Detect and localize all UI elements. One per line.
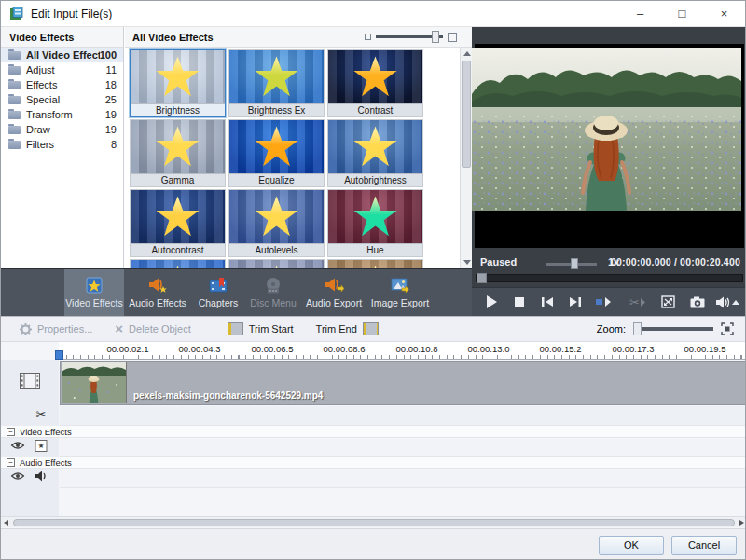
thumbnail-size-slider[interactable] (365, 33, 472, 42)
cut-row[interactable] (60, 406, 746, 426)
split-button[interactable]: ✂ (626, 292, 650, 312)
chapters-icon (208, 277, 228, 294)
trim-end-button[interactable]: Trim End (316, 322, 379, 335)
timeline-ruler[interactable]: 00:00:02.1 00:00:04.3 00:00:06.5 00:00:0… (59, 342, 746, 360)
effect-tile-partial[interactable] (131, 260, 225, 268)
star-icon (255, 56, 299, 99)
speed-slider[interactable] (546, 263, 597, 266)
stop-button[interactable] (507, 292, 532, 312)
star-icon (353, 196, 398, 239)
volume-caret-icon (732, 300, 739, 305)
maximize-button[interactable]: □ (661, 1, 703, 26)
effect-tile-brightness-ex[interactable]: Brightness Ex (229, 50, 324, 116)
snapshot-button[interactable] (685, 292, 710, 312)
playhead-marker[interactable] (55, 350, 63, 360)
speed-slider-handle[interactable] (571, 258, 578, 269)
dialog-footer: OK Cancel (1, 528, 745, 560)
play-selection-button[interactable] (591, 292, 615, 312)
clip-filename: pexels-maksim-goncharenok-5642529.mp4 (133, 390, 323, 401)
audio-effects-track[interactable] (60, 470, 746, 488)
zoom-slider[interactable] (633, 327, 713, 331)
video-effects-icon (84, 277, 104, 294)
disc-menu-icon (263, 277, 283, 294)
scrollbar-thumb[interactable] (462, 61, 471, 168)
audio-effects-visibility-icon[interactable] (11, 471, 25, 481)
minimize-button[interactable]: – (619, 1, 661, 26)
play-button[interactable] (479, 292, 504, 312)
folder-icon (8, 141, 21, 149)
close-button[interactable]: × (703, 1, 745, 26)
star-icon (156, 126, 200, 169)
scroll-right-icon[interactable] (739, 520, 744, 526)
sidebar-item-draw[interactable]: Draw 19 (1, 122, 123, 137)
effect-tile-hue[interactable]: Hue (328, 190, 422, 256)
scroll-up-icon[interactable] (463, 51, 471, 56)
tab-video-effects[interactable]: Video Effects (64, 269, 124, 316)
effect-thumbnail (229, 120, 324, 173)
folder-icon (8, 51, 21, 60)
ok-button[interactable]: OK (599, 536, 664, 555)
scissors-icon[interactable]: ✂ (36, 407, 47, 421)
effect-thumbnail (328, 50, 422, 103)
cancel-button[interactable]: Cancel (671, 536, 737, 555)
effect-tile-gamma[interactable]: Gamma (131, 120, 225, 186)
tab-audio-export[interactable]: Audio Export (301, 269, 366, 316)
effect-tile-partial[interactable] (328, 260, 422, 268)
tab-disc-menu[interactable]: Disc Menu (245, 269, 301, 316)
timeline-region: Properties... × Delete Object Trim Start… (1, 316, 746, 528)
trim-end-icon (363, 322, 379, 335)
sidebar-item-adjust[interactable]: Adjust 11 (1, 62, 123, 77)
size-slider-track[interactable] (376, 35, 443, 38)
delete-object-button[interactable]: × Delete Object (115, 323, 190, 335)
video-effects-visibility-icon[interactable] (11, 441, 25, 450)
sidebar-item-filters[interactable]: Filters 8 (1, 137, 123, 152)
zoom-slider-handle[interactable] (633, 322, 642, 335)
effect-tile-equalize[interactable]: Equalize (229, 120, 324, 186)
effect-tile-partial[interactable] (229, 260, 324, 268)
scrollbar-thumb[interactable] (13, 519, 735, 526)
sidebar-item-transform[interactable]: Transform 19 (1, 107, 123, 122)
collapse-icon[interactable]: − (7, 458, 15, 467)
effects-grid-panel: All Video Effects Brightness Brightness … (125, 27, 472, 268)
seek-handle[interactable] (477, 273, 487, 283)
effect-thumbnail (328, 190, 422, 243)
video-track-icon (20, 373, 40, 389)
video-effects-track[interactable] (60, 439, 746, 457)
skip-start-button[interactable] (535, 292, 560, 312)
effect-tile-autobrightness[interactable]: Autobrightness (328, 120, 422, 186)
tab-audio-effects[interactable]: Audio Effects (124, 269, 191, 316)
audio-effect-slot-icon[interactable] (35, 471, 48, 482)
size-slider-handle[interactable] (432, 31, 439, 43)
audio-effects-section-header[interactable]: − Audio Effects (1, 457, 746, 469)
video-frame (472, 48, 741, 211)
video-effects-section-header[interactable]: − Video Effects (1, 426, 746, 438)
tab-image-export[interactable]: Image Export (366, 269, 434, 316)
star-icon (255, 126, 299, 169)
effect-tile-contrast[interactable]: Contrast (328, 50, 422, 116)
effect-thumbnail (229, 50, 324, 103)
title-bar: Edit Input File(s) – □ × (1, 1, 745, 27)
video-effect-slot-icon[interactable]: ★ (35, 440, 48, 452)
video-clip[interactable]: pexels-maksim-goncharenok-5642529.mp4 (60, 361, 746, 405)
volume-button[interactable] (715, 292, 739, 312)
fullscreen-button[interactable] (656, 292, 680, 312)
effect-tile-brightness[interactable]: Brightness (131, 50, 225, 116)
sidebar-item-special[interactable]: Special 25 (1, 92, 123, 107)
tab-chapters[interactable]: Chapters (191, 269, 245, 316)
skip-end-button[interactable] (563, 292, 587, 312)
seek-bar[interactable] (476, 274, 743, 282)
sidebar-header: Video Effects (1, 27, 123, 48)
trim-start-button[interactable]: Trim Start (228, 322, 294, 335)
properties-button[interactable]: Properties... (20, 323, 92, 335)
timeline-horizontal-scrollbar[interactable] (1, 516, 746, 527)
sidebar-item-all-video-effects[interactable]: All Video Effects 100 (1, 48, 123, 62)
effect-tile-autocontrast[interactable]: Autocontrast (131, 190, 225, 256)
scroll-down-icon[interactable] (463, 260, 471, 265)
fit-timeline-icon[interactable] (721, 322, 734, 335)
scroll-left-icon[interactable] (4, 520, 8, 526)
effect-tile-autolevels[interactable]: Autolevels (229, 190, 324, 256)
effects-grid-scrollbar[interactable] (460, 48, 472, 268)
collapse-icon[interactable]: − (7, 428, 15, 436)
sidebar-item-effects[interactable]: Effects 18 (1, 77, 123, 92)
image-export-icon (390, 277, 410, 294)
